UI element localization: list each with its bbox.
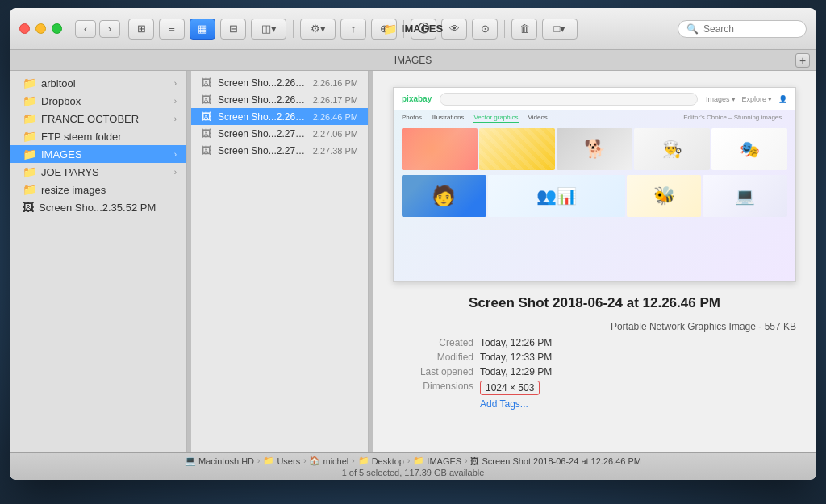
- breadcrumb-item[interactable]: 💻 Macintosh HD: [185, 456, 254, 466]
- add-tags-link[interactable]: Add Tags...: [480, 398, 528, 410]
- breadcrumb-item[interactable]: 🏠 michel: [309, 456, 348, 466]
- view-columns-button[interactable]: ▦: [190, 19, 215, 40]
- breadcrumb-item[interactable]: 📁 Desktop: [358, 456, 404, 466]
- file-icon: 🖼: [201, 144, 211, 156]
- pixabay-nav-items: Images ▾ Explore ▾ 👤: [706, 95, 787, 103]
- minimize-button[interactable]: [35, 23, 46, 34]
- modified-value: Today, 12:33 PM: [480, 352, 552, 363]
- meta-row-modified: Modified Today, 12:33 PM: [393, 352, 796, 363]
- sidebar-item-dropbox[interactable]: 📁 Dropbox ›: [10, 92, 186, 110]
- preview-filename: Screen Shot 2018-06-24 at 12.26.46 PM: [469, 295, 720, 311]
- thumbnail-row-1: 🐕 👨‍🍳 🎭: [394, 127, 795, 172]
- share2-button[interactable]: ⊙: [472, 19, 498, 40]
- add-tab-button[interactable]: +: [795, 53, 810, 68]
- file-item[interactable]: 🖼 Screen Sho...2.27.38 PM 2.27.38 PM: [191, 142, 368, 159]
- file-icon: 🖼: [470, 456, 479, 466]
- dropbox-button[interactable]: □▾: [542, 19, 578, 40]
- modified-label: Modified: [393, 352, 473, 363]
- finder-window: ‹ › ⊞ ≡ ▦ ⊟ ◫▾ ⚙▾: [10, 8, 816, 480]
- delete-button[interactable]: 🗑: [511, 19, 537, 40]
- folder-icon: 📁: [23, 130, 36, 143]
- dimensions-label: Dimensions: [393, 381, 473, 395]
- view-options-button[interactable]: ◫▾: [251, 19, 286, 40]
- view-icons-button[interactable]: ⊞: [128, 19, 154, 40]
- users-label: Users: [277, 456, 300, 466]
- view-cover-button[interactable]: ⊟: [220, 19, 246, 40]
- file-icon: 🖼: [201, 77, 211, 89]
- search-box[interactable]: 🔍: [678, 20, 807, 38]
- action-button[interactable]: ⚙▾: [300, 19, 336, 40]
- sidebar-item-resize[interactable]: 📁 resize images: [10, 181, 186, 198]
- folder-icon: 📁: [263, 456, 274, 466]
- chevron-icon: ›: [174, 168, 177, 177]
- thumb2-4: 💻: [703, 175, 787, 217]
- main-content: 📁 arbitool › 📁 Dropbox › 📁 FRANCE OCTOBE…: [10, 71, 816, 452]
- file-item[interactable]: 🖼 Screen Sho...2.26.16 PM 2.26.16 PM: [191, 74, 368, 91]
- sidebar: 📁 arbitool › 📁 Dropbox › 📁 FRANCE OCTOBE…: [10, 71, 187, 452]
- sidebar-item-arbitool[interactable]: 📁 arbitool ›: [10, 74, 186, 92]
- breadcrumb-item[interactable]: 📁 Users: [263, 456, 300, 466]
- breadcrumb-sep: ›: [352, 456, 354, 465]
- traffic-lights: [19, 23, 62, 34]
- meta-row-last-opened: Last opened Today, 12:29 PM: [393, 366, 796, 377]
- file-item[interactable]: 🖼 Screen Sho...2.27.06 PM 2.27.06 PM: [191, 125, 368, 142]
- thumb-1: [402, 128, 478, 170]
- sidebar-item-france[interactable]: 📁 FRANCE OCTOBER ›: [10, 110, 186, 127]
- thumb2-2: 👥📊: [488, 175, 625, 217]
- file-icon: 🖼: [23, 201, 34, 214]
- sidebar-item-joe[interactable]: 📁 JOE PARYS ›: [10, 163, 186, 181]
- search-icon: 🔍: [686, 23, 699, 35]
- hd-icon: 💻: [185, 456, 196, 466]
- folder-icon: 📁: [23, 148, 36, 160]
- desktop-label: Desktop: [372, 456, 404, 466]
- meta-row-tags: Add Tags...: [393, 398, 796, 410]
- title-folder-icon: 📁: [383, 23, 397, 35]
- sidebar-item-screenshot[interactable]: 🖼 Screen Sho...2.35.52 PM: [10, 198, 186, 216]
- breadcrumb-sep: ›: [257, 456, 260, 465]
- maximize-button[interactable]: [52, 23, 62, 34]
- eject-icon: ⊙: [481, 23, 490, 35]
- sidebar-item-ftp[interactable]: 📁 FTP steem folder: [10, 127, 186, 145]
- share-icon: ↑: [351, 23, 357, 35]
- close-button[interactable]: [19, 23, 30, 34]
- view-columns-icon: ▦: [198, 23, 207, 35]
- sidebar-item-images[interactable]: 📁 IMAGES ›: [10, 145, 186, 163]
- home-icon: 🏠: [309, 456, 320, 466]
- separator-1: [293, 20, 294, 38]
- view-list-icon: ≡: [169, 23, 175, 35]
- preview-meta: Portable Network Graphics Image - 557 KB…: [393, 321, 796, 413]
- dimensions-value: 1024 × 503: [480, 381, 540, 395]
- file-item[interactable]: 🖼 Screen Sho...2.26.17 PM 2.26.17 PM: [191, 91, 368, 108]
- preview-image: pixabay Images ▾ Explore ▾ 👤 Photos Illu…: [394, 88, 795, 281]
- meta-row-dimensions: Dimensions 1024 × 503: [393, 381, 796, 395]
- images-label: IMAGES: [427, 456, 461, 466]
- file-type: Portable Network Graphics Image - 557 KB: [393, 321, 796, 332]
- view-list-button[interactable]: ≡: [159, 19, 185, 40]
- resize-handle-2[interactable]: [369, 71, 373, 452]
- view-options-icon: ◫▾: [261, 23, 277, 35]
- thumbnail-row-2: 🧑 👥📊 🐝 💻: [394, 173, 795, 219]
- breadcrumb-item-file[interactable]: 🖼 Screen Shot 2018-06-24 at 12.26.46 PM: [470, 456, 641, 466]
- file-list-panel: 🖼 Screen Sho...2.26.16 PM 2.26.16 PM 🖼 S…: [191, 71, 369, 452]
- pixabay-search-bar: [440, 93, 698, 106]
- nav-buttons: ‹ ›: [75, 20, 120, 38]
- pixabay-logo: pixabay: [402, 94, 432, 103]
- file-item-selected[interactable]: 🖼 Screen Sho...2.26.46 PM 2.26.46 PM: [191, 108, 368, 125]
- share-button[interactable]: ↑: [340, 19, 366, 40]
- chevron-icon: ›: [174, 79, 177, 88]
- michel-label: michel: [323, 456, 348, 466]
- preview-panel: pixabay Images ▾ Explore ▾ 👤 Photos Illu…: [373, 71, 816, 452]
- thumb-4: 👨‍🍳: [634, 128, 710, 170]
- back-button[interactable]: ‹: [75, 20, 96, 38]
- breadcrumb-item[interactable]: 📁 IMAGES: [413, 456, 461, 466]
- last-opened-value: Today, 12:29 PM: [480, 366, 552, 377]
- forward-button[interactable]: ›: [99, 20, 120, 38]
- resize-handle-1[interactable]: [187, 71, 191, 452]
- thumb-5: 🎭: [711, 128, 787, 170]
- created-value: Today, 12:26 PM: [480, 337, 552, 348]
- title-bar: ‹ › ⊞ ≡ ▦ ⊟ ◫▾ ⚙▾: [10, 8, 816, 50]
- file-label: Screen Shot 2018-06-24 at 12.26.46 PM: [482, 456, 641, 466]
- preview-button[interactable]: 👁: [441, 19, 467, 40]
- search-input[interactable]: [703, 23, 798, 35]
- file-icon: 🖼: [201, 94, 211, 106]
